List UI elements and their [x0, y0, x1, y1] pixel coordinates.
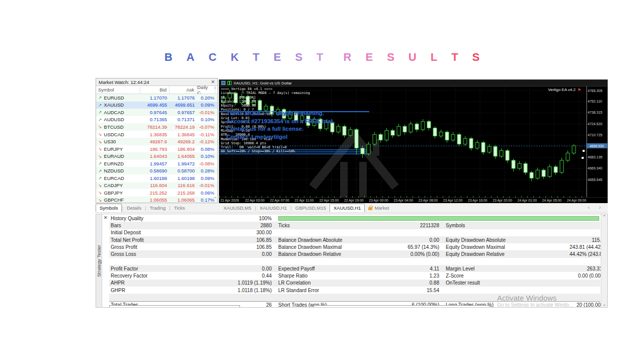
- price-tick-label: 4669.340: [588, 166, 602, 170]
- bid-cell: 1.36835: [140, 132, 170, 137]
- market-watch-row[interactable]: ↗EURCAD1.601881.601980.09%: [96, 174, 217, 182]
- candle-body: [506, 151, 509, 160]
- tester-col2: Balance Drawdown Maximal65.97 (14.3%): [277, 244, 441, 250]
- tester-col1: GHPR1.0118 (1.18%): [109, 288, 273, 293]
- market-watch-row[interactable]: ↘GBPCHF1.060551.060650.17%: [96, 197, 217, 203]
- market-watch-row[interactable]: ↗AUDCAD0.976450.97657-0.01%: [96, 109, 217, 116]
- title-letter: T: [316, 51, 323, 64]
- symbol-cell: ↘GBPCHF: [96, 197, 140, 203]
- scroll-up-icon[interactable]: ⌃: [213, 87, 217, 92]
- market-watch-rows: ↗EURUSD1.170701.170760.20%↗XAUUSD4699.45…: [96, 94, 217, 203]
- tester-close-icon[interactable]: ✕: [104, 215, 108, 220]
- tab-details[interactable]: Details: [123, 204, 145, 212]
- trial-overlay-line: Account #271936354 is on a FREE trial.: [226, 118, 334, 126]
- market-watch-row[interactable]: ↘BTCUSD78214.3978224.19-0.07%: [96, 123, 217, 131]
- ask-cell: 1.06065: [170, 197, 197, 203]
- market-watch-row[interactable]: ↘EURJPY186.793186.8040.08%: [96, 145, 217, 153]
- market-watch-row[interactable]: ↗XAUUSD4699.4554699.6510.09%: [96, 102, 217, 109]
- price-axis[interactable]: 4765.3054752.1104738.3154724.5204710.725…: [586, 86, 607, 197]
- chart-tab-xauusd-h1[interactable]: XAUUSD,H1: [256, 204, 290, 212]
- time-tick-label: 23 Apr 08:00: [419, 199, 438, 202]
- current-price-badge: 4696.930: [586, 143, 607, 148]
- column-header[interactable]: Bid: [140, 86, 170, 94]
- time-tick-label: 22 Apr 19:00: [344, 199, 364, 202]
- market-watch-row[interactable]: ↘CADJPY116.604116.616-0.01%: [96, 182, 217, 190]
- chart-tab-label: XAUUSD,H1: [334, 205, 361, 211]
- arrow-up-icon: ↗: [98, 103, 102, 108]
- arrow-down-icon: ↘: [98, 124, 102, 129]
- candlestick-icon: [227, 81, 231, 85]
- tester-col2: LR Standard Error15.54: [277, 288, 441, 293]
- candle-body: [343, 126, 346, 135]
- symbol-name: CADJPY: [104, 183, 123, 188]
- candle-body: [572, 146, 576, 153]
- scroll-down-icon[interactable]: ⌄: [213, 195, 217, 199]
- chart-tab-gbpusd-m15[interactable]: GBPUSD,M15: [292, 204, 330, 212]
- tab-ticks[interactable]: Ticks: [171, 204, 189, 212]
- title-letter: B: [165, 51, 173, 64]
- tester-col2: Sharpe Ratio1.23: [277, 273, 441, 279]
- tester-col2: LR Correlation0.88: [277, 280, 441, 286]
- arrow-up-icon: ↗: [98, 117, 102, 122]
- market-watch-row[interactable]: ↘US3049267.649269.2-0.12%: [96, 138, 217, 145]
- close-icon[interactable]: ✕: [211, 79, 215, 84]
- strategy-tester-side-tab[interactable]: Strategy Tester: [96, 214, 102, 307]
- market-watch-row[interactable]: ↘USDCAD1.368351.36845-0.11%: [96, 131, 217, 138]
- market-watch-row[interactable]: ↗EURNZD1.994571.99472-0.08%: [96, 160, 217, 167]
- daily-change-cell: -0.11%: [197, 132, 215, 137]
- stat-label: LR Correlation: [277, 280, 384, 286]
- title-letter: S: [295, 51, 302, 64]
- ask-cell: 1.99472: [170, 161, 197, 166]
- stat-value: 0.00: [384, 237, 441, 243]
- market-watch-row[interactable]: ↘EURAUD1.640431.640550.10%: [96, 152, 217, 160]
- tab-trading[interactable]: Trading: [146, 204, 169, 212]
- arrow-up-icon: ↗: [98, 168, 102, 173]
- time-tick-label: 23 Apr 12:00: [443, 199, 463, 202]
- chart-tab-label: XAUUSD,M5: [223, 205, 251, 211]
- ea-overlay-line: DD_Soft>=20% / Stop>=30% / Kill>=50%: [221, 149, 310, 153]
- tester-col3: Margin Level263.31%: [444, 266, 608, 272]
- tester-col1: Total Net Profit106.85: [109, 237, 273, 243]
- chart-tab-market[interactable]: Market: [365, 204, 392, 212]
- tester-col3: Equity Drawdown Relative44.42% (243.81): [444, 251, 608, 257]
- stat-value: 0.00: [216, 266, 273, 272]
- tab-nav-arrows[interactable]: ‹ ›: [588, 205, 605, 210]
- bid-cell: 0.71365: [140, 117, 170, 122]
- stat-label: Equity Drawdown Maximal: [444, 244, 551, 250]
- column-header[interactable]: Ask: [170, 86, 197, 94]
- tester-col3: Equity Drawdown Absolute115.68: [444, 237, 608, 243]
- market-watch-row[interactable]: ↘GBPJPY215.252215.2680.06%: [96, 189, 217, 197]
- stat-value: 100%: [216, 216, 273, 221]
- stat-label: LR Standard Error: [277, 288, 384, 293]
- scroll-up-icon[interactable]: ⌃: [601, 215, 607, 219]
- market-watch-row[interactable]: ↗EURUSD1.170701.170760.20%: [96, 94, 217, 102]
- column-header[interactable]: Daily C...: [197, 86, 215, 94]
- trial-notice-overlay: TRIAL MODE — 7 day(s) remaining.Account …: [226, 110, 334, 141]
- daily-change-cell: 0.17%: [197, 197, 215, 203]
- bid-cell: 1.64043: [140, 153, 170, 159]
- candle-body: [349, 130, 352, 135]
- market-watch-row[interactable]: ↗AUDUSD0.713650.713710.10%: [96, 116, 217, 124]
- tester-partial-row-2: [313, 305, 490, 308]
- tester-scrollbar[interactable]: ⌃ ⌄: [601, 214, 607, 307]
- stat-value: 243.81 (44.42%): [551, 244, 608, 250]
- chart-tab-xauusd-m5[interactable]: XAUUSD,M5: [220, 204, 255, 212]
- price-tick-label: 4710.725: [588, 133, 602, 136]
- stat-value: 263.31%: [551, 266, 608, 272]
- column-header[interactable]: Symbol: [96, 86, 140, 94]
- tab-symbols[interactable]: Symbols: [96, 204, 122, 212]
- candle-body: [427, 122, 431, 128]
- market-watch-row[interactable]: ↗NZDUSD0.586900.587000.28%: [96, 167, 217, 174]
- stat-value: 44.42% (243.81): [551, 251, 608, 257]
- time-tick-label: 24 Apr 01:00: [517, 199, 537, 202]
- candle-body: [451, 134, 455, 140]
- candle-body: [469, 138, 473, 148]
- tester-row: Gross Loss0.00Balance Drawdown Relative0…: [109, 250, 600, 257]
- chart-tab-xauusd-h1[interactable]: XAUUSD,H1: [330, 204, 365, 212]
- arrow-down-icon: ↘: [98, 139, 102, 144]
- chart-body[interactable]: ==== Vertigo EA v4.1 ====License: ⏱ TRIA…: [219, 86, 607, 197]
- symbol-name: EURUSD: [104, 95, 124, 101]
- scroll-down-icon[interactable]: ⌄: [601, 302, 607, 307]
- ask-cell: 215.268: [170, 190, 197, 196]
- tester-col3: Z-Score0.00 (0.00%): [444, 273, 608, 279]
